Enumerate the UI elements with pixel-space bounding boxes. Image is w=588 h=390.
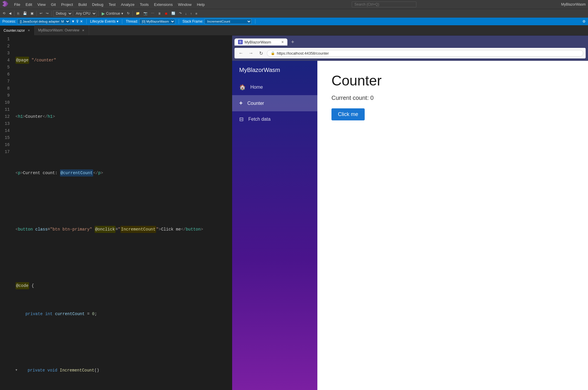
menu-tools[interactable]: Tools	[138, 2, 151, 7]
code-editor[interactable]: 1 2 3 4 5 6 7 8 9 10 11 12 13 14 15 16 1…	[0, 36, 232, 390]
toolbar-btn-extra[interactable]: ⋯	[150, 11, 156, 16]
stop-btn[interactable]: ⏹	[163, 11, 169, 16]
toolbar-icon-2[interactable]: 💾	[21, 11, 29, 16]
menu-analyze[interactable]: Analyze	[118, 2, 137, 7]
code-line-10: private int currentCount = 0;	[16, 310, 230, 317]
code-line-9: @code {	[16, 282, 230, 289]
refresh-btn[interactable]: ↻	[125, 11, 131, 16]
nav-item-fetchdata[interactable]: ⊟ Fetch data	[232, 111, 317, 127]
nav-label-fetchdata: Fetch data	[248, 117, 271, 122]
search-area	[211, 1, 558, 7]
nav-item-counter[interactable]: + Counter	[232, 95, 317, 111]
toolbar-icon-1[interactable]: ⎘	[16, 11, 21, 16]
browser-tab-title: MyBlazorWasm	[244, 40, 271, 44]
open-folder-btn[interactable]: 📁	[134, 11, 141, 16]
continue-btn[interactable]: ▶ Continue ▾	[100, 11, 125, 16]
undo-btn[interactable]: ↩	[38, 11, 44, 16]
sep4	[255, 19, 255, 24]
sep1	[86, 19, 87, 24]
browser-tab-close[interactable]: ✕	[281, 40, 284, 44]
process-label: Process:	[2, 19, 16, 23]
pause-btn[interactable]: ⏸	[156, 11, 163, 16]
app-brand: MyBlazorWasm	[232, 61, 317, 79]
menu-test[interactable]: Test	[106, 2, 118, 7]
browser-new-tab-btn[interactable]: +	[289, 38, 297, 46]
menu-window[interactable]: Window	[176, 2, 194, 7]
code-line-3: <h1>Counter</h1>	[16, 113, 230, 120]
menu-file[interactable]: File	[12, 2, 23, 7]
menu-help[interactable]: Help	[195, 2, 207, 7]
lifecycle-label: Lifecycle Events	[90, 19, 116, 23]
continue-label: Continue	[106, 11, 120, 16]
app-current-count: Current count: 0	[331, 95, 574, 101]
code-line-8	[16, 254, 230, 261]
editor-tabs: Counter.razor ✕ MyBlazorWasm: Overview ✕	[0, 25, 588, 36]
call-stack-btn[interactable]: ≡	[194, 11, 199, 16]
debug-mode-select[interactable]: Debug	[53, 11, 73, 16]
toolbar-icon-3[interactable]: ▣	[29, 11, 35, 16]
browser-nav-bar: ← → ↻ 🔒 https://localhost:44358/counter	[234, 48, 586, 58]
code-line-6	[16, 198, 230, 205]
step-out-btn[interactable]: ↑	[189, 11, 194, 16]
browser-url: https://localhost:44358/counter	[277, 51, 329, 56]
thread-label: Thread:	[126, 19, 138, 23]
redo-btn[interactable]: ↪	[44, 11, 50, 16]
lock-icon: 🔒	[271, 51, 275, 55]
sep2	[36, 11, 37, 16]
app-sidebar: MyBlazorWasm 🏠 Home + Counter ⊟ Fetch da…	[232, 61, 317, 390]
browser-active-tab[interactable]: B MyBlazorWasm ✕	[234, 38, 287, 46]
filter-icon-2[interactable]: ⊽	[76, 19, 79, 23]
menu-project[interactable]: Project	[59, 2, 75, 7]
thread-section: Thread: [0] MyBlazorWasm	[126, 19, 175, 24]
process-dropdown[interactable]: [] JavaScript debug adapter: MyBla...	[17, 19, 70, 24]
nav-label-counter: Counter	[247, 101, 264, 106]
code-area[interactable]: @page "/counter" <h1>Counter</h1> <p>Cur…	[13, 36, 232, 390]
sep2	[122, 19, 122, 24]
menu-edit[interactable]: Edit	[23, 2, 34, 7]
step-into-btn[interactable]: ↓	[184, 11, 188, 16]
restart-btn[interactable]: 🔄	[170, 11, 177, 16]
app-click-me-button[interactable]: Click me	[331, 108, 365, 120]
browser-forward-btn[interactable]: →	[247, 49, 255, 57]
settings-icon[interactable]: ⚙	[582, 19, 586, 23]
break-icon[interactable]: ✕	[80, 19, 83, 23]
titlebar: File Edit View Git Project Build Debug T…	[0, 0, 588, 9]
browser-address-bar[interactable]: 🔒 https://localhost:44358/counter	[267, 50, 583, 57]
toolbar: ⟲ ◀ ⎘ 💾 ▣ ↩ ↪ Debug Any CPU ▶ Continue ▾…	[0, 9, 588, 18]
collapse-icon[interactable]: ▼	[16, 367, 19, 374]
menu-view[interactable]: View	[35, 2, 48, 7]
cpu-select[interactable]: Any CPU	[73, 11, 97, 16]
app-main-content: Counter Current count: 0 Click me	[317, 61, 588, 390]
main-layout: 1 2 3 4 5 6 7 8 9 10 11 12 13 14 15 16 1…	[0, 36, 588, 390]
screenshot-btn[interactable]: 📷	[142, 11, 149, 16]
tab-close-0[interactable]: ✕	[27, 28, 31, 33]
app-page-title: Counter	[331, 73, 574, 89]
browser-tab-bar: B MyBlazorWasm ✕ +	[234, 38, 586, 46]
menu-git[interactable]: Git	[48, 2, 58, 7]
nav-back[interactable]: ◀	[7, 11, 13, 16]
browser-back-btn[interactable]: ←	[237, 49, 245, 57]
lifecycle-section: Lifecycle Events ▾	[90, 19, 119, 23]
filter-icon[interactable]: ▼	[71, 19, 75, 23]
lifecycle-dropdown-arrow[interactable]: ▾	[117, 19, 118, 23]
menu-debug[interactable]: Debug	[90, 2, 105, 7]
menu-build[interactable]: Build	[76, 2, 89, 7]
code-line-12: ▼ private void IncrementCount()	[16, 367, 230, 374]
search-input[interactable]	[352, 1, 416, 7]
back-btn[interactable]: ⟲	[1, 11, 7, 16]
sep1	[14, 11, 14, 16]
nav-item-home[interactable]: 🏠 Home	[232, 79, 317, 95]
browser-refresh-btn[interactable]: ↻	[257, 49, 265, 57]
tab-counter-razor[interactable]: Counter.razor ✕	[0, 25, 35, 35]
thread-dropdown[interactable]: [0] MyBlazorWasm	[139, 19, 175, 24]
browser-preview: B MyBlazorWasm ✕ + ← → ↻ 🔒 https://local…	[232, 36, 588, 390]
menu-extensions[interactable]: Extensions	[152, 2, 175, 7]
tab-close-1[interactable]: ✕	[81, 28, 85, 32]
browser-favicon: B	[238, 40, 243, 44]
home-icon: 🏠	[239, 84, 246, 90]
step-over-btn[interactable]: ↷	[177, 11, 183, 16]
tab-label-1: MyBlazorWasm: Overview	[38, 28, 79, 32]
tab-overview[interactable]: MyBlazorWasm: Overview ✕	[35, 25, 89, 35]
stack-frame-dropdown[interactable]: IncrementCount	[205, 19, 252, 24]
browser-content: MyBlazorWasm 🏠 Home + Counter ⊟ Fetch da…	[232, 61, 588, 390]
